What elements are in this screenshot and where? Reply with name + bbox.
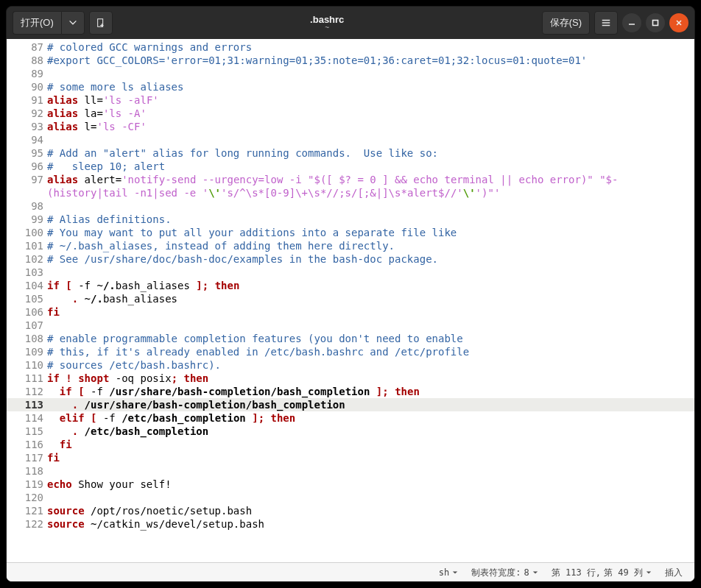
code-line[interactable]: 107 [7, 319, 694, 332]
svg-rect-1 [653, 21, 658, 26]
code-line[interactable]: (history|tail -n1|sed -e '\''s/^\s*[0-9]… [7, 186, 694, 199]
new-document-icon [96, 17, 106, 29]
hamburger-icon [601, 17, 611, 29]
cursor-col: 第 49 列 [604, 566, 643, 579]
chevron-down-icon [532, 570, 538, 575]
maximize-button[interactable] [646, 13, 665, 32]
code-line[interactable]: 110# sources /etc/bash.bashrc). [7, 358, 694, 372]
statusbar: sh 制表符宽度: 8 第 113 行, 第 49 列 插入 [7, 562, 694, 581]
tab-width-label: 制表符宽度: [471, 566, 521, 579]
hamburger-menu-button[interactable] [594, 11, 618, 35]
code-line[interactable]: 112 if [ -f /usr/share/bash-completion/b… [7, 385, 694, 398]
insert-mode[interactable]: 插入 [665, 566, 683, 579]
code-line[interactable]: 94 [7, 133, 694, 146]
code-line[interactable]: 99# Alias definitions. [7, 213, 694, 226]
code-line[interactable]: 103 [7, 266, 694, 279]
insert-mode-label: 插入 [665, 566, 683, 579]
code-line[interactable]: 100# You may want to put all your additi… [7, 226, 694, 239]
chevron-down-icon [646, 570, 652, 575]
code-line[interactable]: 115 . /etc/bash_completion [7, 425, 694, 438]
chevron-down-icon [68, 17, 78, 29]
minimize-icon [627, 18, 636, 27]
code-line[interactable]: 121source /opt/ros/noetic/setup.bash [7, 504, 694, 517]
title-area: .bashrc ~ [117, 14, 538, 32]
chevron-down-icon [452, 570, 458, 575]
save-button[interactable]: 保存(S) [542, 11, 590, 35]
tab-width-selector[interactable]: 制表符宽度: 8 [471, 566, 538, 579]
open-button[interactable]: 打开(O) [13, 11, 61, 35]
code-line[interactable]: 90# some more ls aliases [7, 80, 694, 93]
maximize-icon [651, 18, 660, 27]
new-tab-button[interactable] [89, 11, 113, 35]
code-line[interactable]: 95# Add an "alert" alias for long runnin… [7, 146, 694, 160]
code-line[interactable]: 116 fi [7, 438, 694, 451]
code-line[interactable]: 88#export GCC_COLORS='error=01;31:warnin… [7, 54, 694, 67]
open-group: 打开(O) [13, 11, 85, 35]
code-line[interactable]: 87# colored GCC warnings and errors [7, 40, 694, 54]
code-line[interactable]: 93alias l='ls -CF' [7, 120, 694, 133]
code-line[interactable]: 98 [7, 199, 694, 213]
code-line[interactable]: 122source ~/catkin_ws/devel/setup.bash [7, 517, 694, 531]
code-line[interactable]: 111if ! shopt -oq posix; then [7, 372, 694, 385]
language-selector[interactable]: sh [439, 566, 458, 579]
editor: 87# colored GCC warnings and errors88#ex… [7, 39, 694, 581]
code-line[interactable]: 119echo Show your self! [7, 478, 694, 491]
open-dropdown-button[interactable] [61, 11, 85, 35]
titlebar: 打开(O) .bashrc ~ 保存(S) [7, 7, 694, 39]
language-label: sh [439, 566, 449, 579]
code-line[interactable]: 106fi [7, 305, 694, 319]
code-line[interactable]: 120 [7, 491, 694, 504]
code-line[interactable]: 97alias alert='notify-send --urgency=low… [7, 173, 694, 186]
code-line[interactable]: 113 . /usr/share/bash-completion/bash_co… [7, 398, 694, 411]
code-line[interactable]: 96# sleep 10; alert [7, 160, 694, 173]
minimize-button[interactable] [622, 13, 641, 32]
close-button[interactable] [669, 13, 688, 32]
gedit-window: 打开(O) .bashrc ~ 保存(S) 87# colored GCC wa… [6, 6, 695, 582]
code-line[interactable]: 91alias ll='ls -alF' [7, 93, 694, 107]
tab-width-value: 8 [524, 566, 529, 579]
cursor-row: 第 113 行, [552, 566, 601, 579]
code-line[interactable]: 117fi [7, 451, 694, 464]
cursor-position-selector[interactable]: 第 113 行, 第 49 列 [552, 566, 652, 579]
code-line[interactable]: 101# ~/.bash_aliases, instead of adding … [7, 239, 694, 252]
code-line[interactable]: 108# enable programmable completion feat… [7, 332, 694, 345]
code-area[interactable]: 87# colored GCC warnings and errors88#ex… [7, 39, 694, 562]
file-subtitle: ~ [117, 24, 538, 32]
code-line[interactable]: 109# this, if it's already enabled in /e… [7, 345, 694, 358]
code-line[interactable]: 89 [7, 67, 694, 80]
code-line[interactable]: 105 . ~/.bash_aliases [7, 292, 694, 305]
code-line[interactable]: 118 [7, 464, 694, 478]
code-line[interactable]: 102# See /usr/share/doc/bash-doc/example… [7, 252, 694, 266]
close-icon [674, 18, 683, 27]
code-line[interactable]: 114 elif [ -f /etc/bash_completion ]; th… [7, 411, 694, 425]
code-line[interactable]: 104if [ -f ~/.bash_aliases ]; then [7, 279, 694, 292]
code-line[interactable]: 92alias la='ls -A' [7, 107, 694, 120]
